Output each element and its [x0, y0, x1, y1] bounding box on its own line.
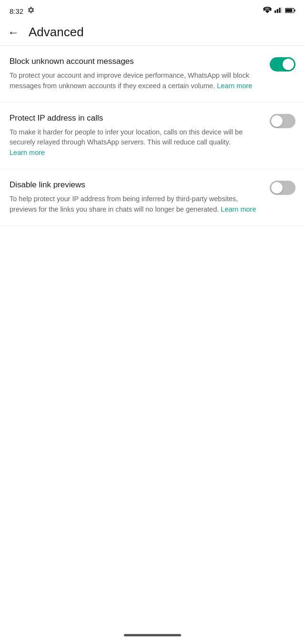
toggle-block-unknown[interactable]	[270, 57, 295, 72]
status-time: 8:32	[10, 7, 23, 15]
setting-desc-disable-previews: To help protect your IP address from bei…	[10, 194, 260, 215]
toggle-track-block-unknown	[270, 57, 295, 72]
setting-content-disable-previews: Disable link previews To help protect yo…	[10, 180, 270, 215]
setting-content-protect-ip: Protect IP address in calls To make it h…	[10, 113, 270, 158]
learn-more-disable-previews[interactable]: Learn more	[221, 205, 256, 213]
toggle-track-protect-ip	[270, 114, 295, 128]
setting-title-protect-ip: Protect IP address in calls	[10, 113, 260, 123]
svg-rect-1	[277, 9, 278, 13]
status-bar: 8:32	[0, 0, 305, 21]
gear-icon	[27, 6, 35, 16]
toggle-protect-ip[interactable]	[270, 114, 295, 128]
toggle-disable-previews[interactable]	[270, 181, 295, 195]
toggle-container-disable-previews[interactable]	[270, 181, 295, 195]
learn-more-protect-ip[interactable]: Learn more	[10, 149, 45, 156]
toggle-container-block-unknown[interactable]	[270, 57, 295, 72]
setting-block-unknown[interactable]: Block unknown account messages To protec…	[0, 46, 305, 102]
setting-content-block-unknown: Block unknown account messages To protec…	[10, 56, 270, 92]
status-icons	[263, 7, 295, 15]
toggle-thumb-block-unknown	[283, 59, 294, 70]
toggle-thumb-disable-previews	[271, 182, 283, 194]
setting-desc-block-unknown: To protect your account and improve devi…	[10, 71, 260, 92]
svg-rect-6	[294, 10, 295, 12]
setting-disable-previews[interactable]: Disable link previews To help protect yo…	[0, 169, 305, 226]
settings-list: Block unknown account messages To protec…	[0, 46, 305, 226]
svg-rect-3	[281, 7, 282, 13]
battery-icon	[285, 7, 295, 15]
wifi-icon	[263, 7, 272, 15]
toggle-track-disable-previews	[270, 181, 295, 195]
svg-rect-2	[279, 8, 280, 13]
setting-title-block-unknown: Block unknown account messages	[10, 56, 260, 67]
home-indicator	[124, 634, 181, 636]
page-title: Advanced	[29, 25, 84, 40]
learn-more-block-unknown[interactable]: Learn more	[217, 82, 252, 90]
signal-icon	[274, 7, 282, 15]
svg-rect-5	[285, 9, 292, 12]
back-button[interactable]: ←	[8, 26, 19, 39]
svg-rect-0	[274, 10, 276, 13]
toolbar: ← Advanced	[0, 21, 305, 45]
toggle-thumb-protect-ip	[271, 115, 283, 127]
setting-protect-ip[interactable]: Protect IP address in calls To make it h…	[0, 102, 305, 169]
toggle-container-protect-ip[interactable]	[270, 114, 295, 128]
setting-title-disable-previews: Disable link previews	[10, 180, 260, 190]
setting-desc-protect-ip: To make it harder for people to infer yo…	[10, 127, 260, 158]
